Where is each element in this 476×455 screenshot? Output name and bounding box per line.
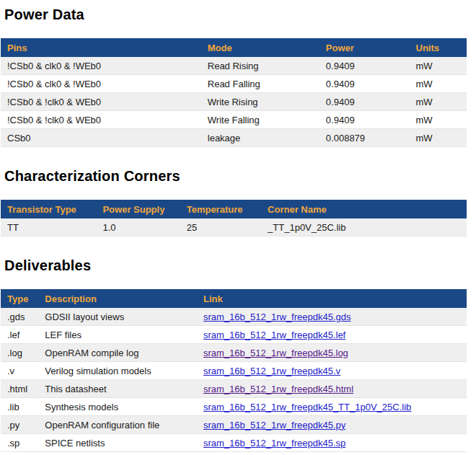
cell-type: .lib (1, 398, 38, 416)
corners-table-header-row: Transistor Type Power Supply Temperature… (1, 200, 467, 218)
characterization-corners-heading: Characterization Corners (4, 168, 467, 184)
column-header-link: Link (197, 289, 467, 308)
deliverable-link-lef[interactable]: sram_16b_512_1rw_freepdk45.lef (203, 330, 345, 340)
table-row: .sp SPICE netlists sram_16b_512_1rw_free… (1, 434, 467, 452)
cell-transistor-type: TT (1, 218, 96, 237)
deliverable-link-v[interactable]: sram_16b_512_1rw_freepdk45.v (203, 366, 340, 376)
cell-power: 0.008879 (319, 129, 410, 147)
deliverable-link-lib[interactable]: sram_16b_512_1rw_freepdk45_TT_1p0V_25C.l… (203, 402, 411, 412)
cell-power: 0.9409 (319, 75, 410, 93)
deliverable-link-html[interactable]: sram_16b_512_1rw_freepdk45.html (203, 384, 353, 394)
cell-pins: !CSb0 & !clk0 & WEb0 (1, 93, 201, 111)
cell-mode: leakage (201, 129, 319, 147)
cell-type: .log (1, 344, 38, 362)
column-header-power: Power (319, 38, 410, 57)
column-header-units: Units (410, 38, 467, 57)
cell-type: .gds (1, 308, 38, 326)
cell-type: .py (1, 416, 38, 434)
deliverable-link-log[interactable]: sram_16b_512_1rw_freepdk45.log (203, 348, 348, 358)
cell-power: 0.9409 (319, 93, 410, 111)
deliverables-table-header-row: Type Description Link (1, 289, 467, 308)
cell-link: sram_16b_512_1rw_freepdk45.html (197, 380, 467, 398)
column-header-power-supply: Power Supply (96, 200, 180, 218)
cell-units: mW (410, 57, 467, 75)
cell-link: sram_16b_512_1rw_freepdk45_TT_1p0V_25C.l… (197, 398, 467, 416)
power-table-header-row: Pins Mode Power Units (1, 38, 467, 57)
deliverable-link-py[interactable]: sram_16b_512_1rw_freepdk45.py (203, 420, 345, 430)
deliverables-heading: Deliverables (4, 257, 467, 273)
cell-pins: !CSb0 & clk0 & !WEb0 (1, 57, 201, 75)
cell-corner-name: _TT_1p0V_25C.lib (261, 218, 467, 237)
column-header-pins: Pins (1, 38, 201, 57)
cell-type: .v (1, 362, 38, 380)
cell-power: 0.9409 (319, 111, 410, 129)
column-header-temperature: Temperature (180, 200, 261, 218)
cell-power-supply: 1.0 (96, 218, 180, 237)
table-row: .v Verilog simulation models sram_16b_51… (1, 362, 467, 380)
column-header-type: Type (1, 289, 38, 308)
table-row: !CSb0 & !clk0 & WEb0 Write Rising 0.9409… (1, 93, 467, 111)
cell-description: Verilog simulation models (38, 362, 197, 380)
cell-type: .html (1, 380, 38, 398)
power-data-heading: Power Data (4, 6, 467, 22)
table-row: !CSb0 & !clk0 & WEb0 Write Falling 0.940… (1, 111, 467, 129)
table-row: .gds GDSII layout views sram_16b_512_1rw… (1, 308, 467, 326)
cell-units: mW (410, 129, 467, 147)
cell-units: mW (410, 75, 467, 93)
cell-link: sram_16b_512_1rw_freepdk45.log (197, 344, 467, 362)
table-row: CSb0 leakage 0.008879 mW (1, 129, 467, 147)
cell-description: GDSII layout views (38, 308, 197, 326)
power-data-table: Pins Mode Power Units !CSb0 & clk0 & !WE… (1, 38, 467, 147)
cell-link: sram_16b_512_1rw_freepdk45.sp (197, 434, 467, 452)
cell-description: Synthesis models (38, 398, 197, 416)
cell-mode: Read Falling (201, 75, 319, 93)
deliverables-table: Type Description Link .gds GDSII layout … (1, 289, 467, 452)
deliverable-link-gds[interactable]: sram_16b_512_1rw_freepdk45.gds (203, 312, 351, 322)
cell-link: sram_16b_512_1rw_freepdk45.v (197, 362, 467, 380)
cell-link: sram_16b_512_1rw_freepdk45.py (197, 416, 467, 434)
deliverable-link-sp[interactable]: sram_16b_512_1rw_freepdk45.sp (203, 438, 345, 449)
cell-pins: !CSb0 & clk0 & !WEb0 (1, 75, 201, 93)
table-row: .lef LEF files sram_16b_512_1rw_freepdk4… (1, 326, 467, 344)
cell-description: OpenRAM configuration file (38, 416, 197, 434)
cell-units: mW (410, 93, 467, 111)
cell-pins: !CSb0 & !clk0 & WEb0 (1, 111, 201, 129)
cell-description: SPICE netlists (38, 434, 197, 452)
cell-mode: Write Falling (201, 111, 319, 129)
table-row: .lib Synthesis models sram_16b_512_1rw_f… (1, 398, 467, 416)
cell-type: .lef (1, 326, 38, 344)
cell-mode: Write Rising (201, 93, 319, 111)
cell-link: sram_16b_512_1rw_freepdk45.lef (197, 326, 467, 344)
cell-description: LEF files (38, 326, 197, 344)
cell-description: OpenRAM compile log (38, 344, 197, 362)
table-row: .html This datasheet sram_16b_512_1rw_fr… (1, 380, 467, 398)
column-header-transistor-type: Transistor Type (1, 200, 96, 218)
table-row: TT 1.0 25 _TT_1p0V_25C.lib (1, 218, 467, 237)
cell-description: This datasheet (38, 380, 197, 398)
cell-units: mW (410, 111, 467, 129)
characterization-corners-table: Transistor Type Power Supply Temperature… (1, 200, 467, 237)
cell-temperature: 25 (180, 218, 261, 237)
table-row: .py OpenRAM configuration file sram_16b_… (1, 416, 467, 434)
cell-pins: CSb0 (1, 129, 201, 147)
cell-power: 0.9409 (319, 57, 410, 75)
column-header-corner-name: Corner Name (261, 200, 467, 218)
cell-mode: Read Rising (201, 57, 319, 75)
column-header-mode: Mode (201, 38, 319, 57)
datasheet-page: Power Data Pins Mode Power Units !CSb0 &… (0, 0, 476, 455)
table-row: !CSb0 & clk0 & !WEb0 Read Rising 0.9409 … (1, 57, 467, 75)
cell-type: .sp (1, 434, 38, 452)
table-row: .log OpenRAM compile log sram_16b_512_1r… (1, 344, 467, 362)
table-row: !CSb0 & clk0 & !WEb0 Read Falling 0.9409… (1, 75, 467, 93)
column-header-description: Description (38, 289, 197, 308)
cell-link: sram_16b_512_1rw_freepdk45.gds (197, 308, 467, 326)
